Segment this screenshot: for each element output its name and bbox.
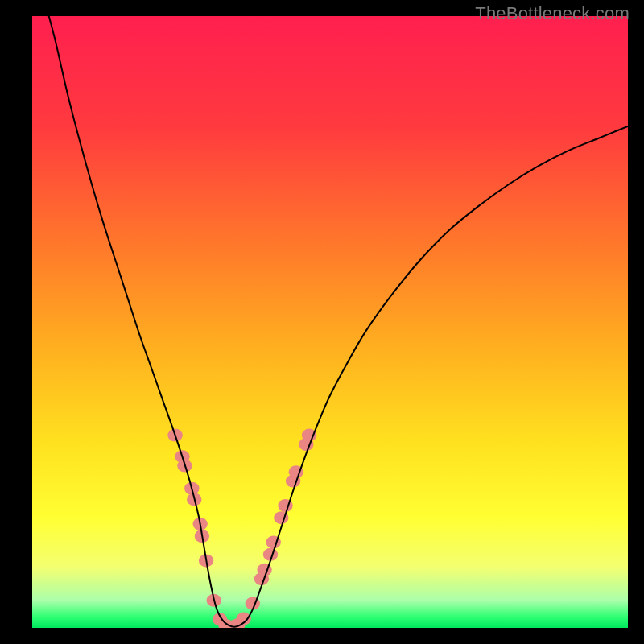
chart-frame: TheBottleneck.com xyxy=(0,0,644,644)
watermark-text: TheBottleneck.com xyxy=(475,3,630,24)
bottleneck-chart xyxy=(32,16,628,628)
gradient-background xyxy=(32,16,628,628)
